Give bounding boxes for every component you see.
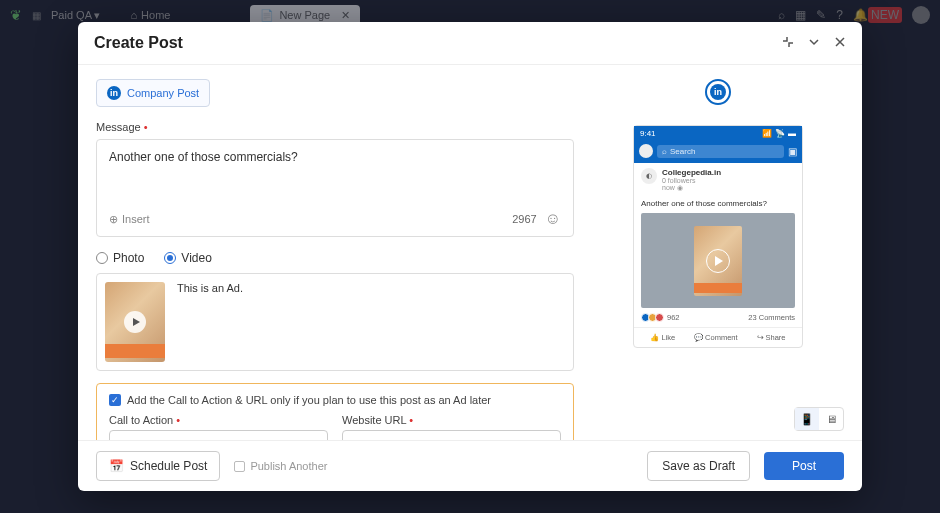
media-description: This is an Ad.	[177, 282, 243, 362]
cta-select[interactable]: Join ✕ ⌄	[109, 430, 328, 440]
phone-statusbar: 9:41 📶📡▬	[634, 126, 802, 141]
company-post-label: Company Post	[127, 87, 199, 99]
company-post-button[interactable]: in Company Post	[96, 79, 210, 107]
preview-time-dot: now ◉	[662, 184, 721, 192]
video-thumbnail[interactable]	[105, 282, 165, 362]
website-url-input[interactable]	[342, 430, 561, 440]
desktop-preview-button[interactable]: 🖥	[819, 408, 843, 430]
preview-followers: 0 followers	[662, 177, 721, 184]
cta-checkbox-label: Add the Call to Action & URL only if you…	[127, 394, 491, 406]
messages-icon: ▣	[788, 146, 797, 157]
battery-icon: ▬	[788, 129, 796, 138]
preview-time: 9:41	[640, 129, 656, 138]
message-box: ⊕ Insert 2967 ☺	[96, 139, 574, 237]
signal-icon: 📶	[762, 129, 772, 138]
media-type-radios: Photo Video	[96, 251, 574, 265]
modal-title: Create Post	[94, 34, 782, 52]
wifi-icon: 📡	[775, 129, 785, 138]
modal-footer: 📅 Schedule Post Publish Another Save as …	[78, 440, 862, 491]
url-field-label: Website URL •	[342, 414, 561, 426]
preview-page-logo: ◐	[641, 168, 657, 184]
channel-indicator[interactable]: in	[705, 79, 731, 105]
close-icon[interactable]	[834, 34, 846, 52]
preview-page-name: Collegepedia.in	[662, 168, 721, 177]
schedule-post-button[interactable]: 📅 Schedule Post	[96, 451, 220, 481]
tab-home[interactable]: ⌂ Home	[130, 9, 170, 21]
preview-post-header: ◐ Collegepedia.in 0 followers now ◉	[634, 163, 802, 197]
preview-panel: in 9:41 📶📡▬ ⌕ Search ▣ ◐ Collegepedia.in…	[592, 65, 862, 440]
preview-user-avatar	[639, 144, 653, 158]
compose-panel: in Company Post Message • ⊕ Insert 2967 …	[78, 65, 592, 440]
preview-comment: 💬 Comment	[694, 333, 738, 342]
play-icon	[124, 311, 146, 333]
media-attachment: This is an Ad.	[96, 273, 574, 371]
preview-share: ↪ Share	[757, 333, 786, 342]
mobile-preview-button[interactable]: 📱	[795, 408, 819, 430]
message-input[interactable]	[109, 150, 561, 202]
search-icon[interactable]: ⌕	[778, 8, 785, 22]
help-icon[interactable]: ?	[836, 8, 843, 22]
minimize-icon[interactable]	[782, 34, 794, 52]
cta-field-label: Call to Action •	[109, 414, 328, 426]
preview-video	[641, 213, 795, 308]
radio-photo[interactable]: Photo	[96, 251, 144, 265]
create-post-modal: Create Post in Company Post Message • ⊕ …	[78, 22, 862, 491]
post-button[interactable]: Post	[764, 452, 844, 480]
preview-action-bar: 👍 Like 💬 Comment ↪ Share	[634, 327, 802, 347]
save-draft-button[interactable]: Save as Draft	[647, 451, 750, 481]
notification-icon[interactable]: 🔔NEW	[853, 8, 902, 22]
cta-section: ✓ Add the Call to Action & URL only if y…	[96, 383, 574, 440]
apps-grid-icon: ▦	[32, 10, 41, 21]
linkedin-icon: in	[107, 86, 121, 100]
preview-like: 👍 Like	[650, 333, 675, 342]
collapse-icon[interactable]	[808, 34, 820, 52]
preview-reactions: 962 23 Comments	[634, 308, 802, 327]
radio-video[interactable]: Video	[164, 251, 211, 265]
play-icon	[706, 249, 730, 273]
logo-leaf-icon: ❦	[10, 7, 22, 23]
edit-icon[interactable]: ✎	[816, 8, 826, 22]
user-avatar[interactable]	[912, 6, 930, 24]
preview-body-text: Another one of those commercials?	[634, 197, 802, 213]
phone-search-bar: ⌕ Search ▣	[634, 141, 802, 163]
preview-search-input: ⌕ Search	[657, 145, 784, 158]
char-count: 2967	[512, 213, 536, 225]
modal-header: Create Post	[78, 22, 862, 65]
device-toggle: 📱 🖥	[794, 407, 844, 431]
cta-checkbox[interactable]: ✓	[109, 394, 121, 406]
insert-button[interactable]: ⊕ Insert	[109, 213, 150, 226]
mobile-preview: 9:41 📶📡▬ ⌕ Search ▣ ◐ Collegepedia.in 0 …	[633, 125, 803, 348]
calendar-icon[interactable]: ▦	[795, 8, 806, 22]
linkedin-icon: in	[710, 84, 726, 100]
message-label: Message •	[96, 121, 574, 133]
emoji-icon[interactable]: ☺	[545, 210, 561, 228]
publish-another-checkbox[interactable]: Publish Another	[234, 460, 327, 472]
preview-reaction-count: 962	[667, 313, 680, 322]
preview-comments-count: 23 Comments	[748, 313, 795, 322]
workspace-selector[interactable]: Paid QA ▾	[51, 9, 100, 22]
